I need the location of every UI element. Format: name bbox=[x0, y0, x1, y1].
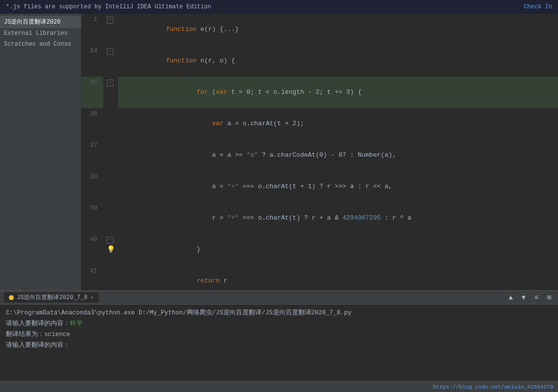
keyword: for bbox=[197, 88, 208, 96]
code-indent bbox=[166, 120, 212, 127]
notification-bar: *.js files are supported by IntelliJ IDE… bbox=[0, 0, 558, 14]
code-line: function e(r) {...} bbox=[118, 14, 558, 45]
code-editor[interactable]: 1 + function e(r) {...} 34 − function bbox=[81, 14, 558, 290]
terminal-tab[interactable]: JS逆向百度翻译2020_7_8 × bbox=[4, 292, 99, 303]
line-number: 39 bbox=[81, 202, 103, 234]
terminal-tab-dot bbox=[9, 295, 14, 300]
code-text: t = 0; t < o.length - 2; t += 3) { bbox=[227, 88, 361, 96]
keyword: function bbox=[166, 57, 197, 64]
gutter bbox=[103, 202, 118, 234]
fold-icon[interactable]: − bbox=[107, 80, 114, 86]
code-text: === o.charAt(t + 1) ? r >>> a : r << a, bbox=[239, 183, 392, 190]
terminal-tab-label: JS逆向百度翻译2020_7_8 bbox=[17, 293, 88, 302]
terminal-line-prompt2: 请输入要翻译的内容： bbox=[6, 340, 552, 351]
code-text: n(r, o) { bbox=[197, 57, 235, 64]
code-line: } bbox=[118, 234, 558, 265]
code-line: a = "+" === o.charAt(t + 1) ? r >>> a : … bbox=[118, 171, 558, 202]
code-indent bbox=[166, 88, 197, 96]
terminal-prompt-label2: 请输入要翻译的内容： bbox=[6, 340, 70, 351]
gutter[interactable]: + bbox=[103, 14, 118, 45]
terminal-tab-close[interactable]: × bbox=[90, 295, 94, 301]
line-number: 35 bbox=[81, 77, 103, 108]
table-row: 34 − function n(r, o) { bbox=[81, 45, 558, 77]
line-number: 1 bbox=[81, 14, 103, 45]
code-line: function n(r, o) { bbox=[118, 45, 558, 77]
terminal-input-value1: 科学 bbox=[70, 318, 83, 329]
fold-icon[interactable]: − bbox=[107, 48, 114, 55]
code-text: a = bbox=[166, 183, 228, 190]
line-number: 40 bbox=[81, 234, 103, 265]
code-table: 1 + function e(r) {...} 34 − function bbox=[81, 14, 558, 290]
fold-icon[interactable]: − bbox=[107, 237, 114, 244]
terminal-command: C:\ProgramData\Anaconda3\python.exe D:/M… bbox=[6, 308, 352, 318]
sidebar-project-label: JS逆向百度翻译2020 bbox=[4, 19, 60, 26]
table-row: 38 a = "+" === o.charAt(t + 1) ? r >>> a… bbox=[81, 171, 558, 202]
keyword: function bbox=[166, 26, 197, 33]
code-line: a = a >= "a" ? a.charCodeAt(0) - 87 : Nu… bbox=[118, 140, 558, 171]
number-literal: 4294967295 bbox=[343, 214, 381, 222]
terminal-line-prompt1: 请输入要翻译的内容： 科学 bbox=[6, 318, 552, 329]
code-line: var a = o.charAt(t + 2); bbox=[118, 108, 558, 140]
code-text: } bbox=[166, 246, 201, 253]
terminal-line-cmd: C:\ProgramData\Anaconda3\python.exe D:/M… bbox=[6, 308, 552, 318]
string-literal: "+" bbox=[227, 183, 238, 190]
keyword: var bbox=[216, 88, 227, 96]
string-literal: "a" bbox=[246, 151, 258, 159]
code-text: === o.charAt(t) ? r + a & bbox=[239, 214, 343, 222]
line-number: 41 bbox=[81, 265, 103, 290]
main-area: JS逆向百度翻译2020 External Libraries Scratche… bbox=[0, 14, 558, 290]
gutter bbox=[103, 140, 118, 171]
terminal-prompt-label1: 请输入要翻译的内容： bbox=[6, 318, 70, 329]
string-literal: "+" bbox=[227, 214, 238, 222]
code-line: for (var t = 0; t < o.length - 2; t += 3… bbox=[118, 77, 558, 108]
sidebar: JS逆向百度翻译2020 External Libraries Scratche… bbox=[0, 14, 81, 290]
fold-icon[interactable]: + bbox=[107, 17, 114, 24]
line-number: 37 bbox=[81, 140, 103, 171]
code-text: e(r) {...} bbox=[197, 26, 239, 33]
line-number: 36 bbox=[81, 108, 103, 140]
line-number: 38 bbox=[81, 171, 103, 202]
gutter bbox=[103, 265, 118, 290]
keyword: return bbox=[197, 277, 220, 284]
terminal-toolbar: ▲ ▼ ≡ ⊞ bbox=[506, 291, 554, 305]
code-text: r bbox=[220, 277, 228, 284]
code-text: r = bbox=[166, 214, 228, 222]
keyword: var bbox=[212, 120, 223, 127]
table-row: 40 − 💡 } bbox=[81, 234, 558, 265]
status-bar: https://blog.csdn.net/weixin_43594279 bbox=[0, 381, 558, 392]
scroll-up-button[interactable]: ▲ bbox=[506, 294, 516, 302]
terminal-area: JS逆向百度翻译2020_7_8 × ▲ ▼ ≡ ⊞ C:\ProgramDat… bbox=[0, 290, 558, 381]
gutter[interactable]: − bbox=[103, 45, 118, 77]
gutter bbox=[103, 108, 118, 140]
terminal-result-value: science bbox=[44, 329, 70, 340]
sidebar-item-scratches[interactable]: Scratches and Conso bbox=[0, 39, 81, 50]
table-row: 36 var a = o.charAt(t + 2); bbox=[81, 108, 558, 140]
gutter[interactable]: − bbox=[103, 77, 118, 108]
bulb-icon[interactable]: 💡 bbox=[107, 246, 115, 253]
table-row: 39 r = "+" === o.charAt(t) ? r + a & 429… bbox=[81, 202, 558, 234]
code-text bbox=[166, 277, 197, 284]
terminal-tabs: JS逆向百度翻译2020_7_8 × ▲ ▼ ≡ ⊞ bbox=[0, 291, 558, 305]
line-number: 34 bbox=[81, 45, 103, 77]
check-in-link[interactable]: Check In bbox=[524, 3, 552, 10]
terminal-result-label: 翻译结果为： bbox=[6, 329, 44, 340]
sidebar-item-project[interactable]: JS逆向百度翻译2020 bbox=[0, 16, 81, 28]
table-row: 41 return r bbox=[81, 265, 558, 290]
gutter[interactable]: − 💡 bbox=[103, 234, 118, 265]
status-link[interactable]: https://blog.csdn.net/weixin_43594279 bbox=[433, 384, 553, 390]
sidebar-item-external-libs[interactable]: External Libraries bbox=[0, 28, 81, 39]
gutter bbox=[103, 171, 118, 202]
table-row: 1 + function e(r) {...} bbox=[81, 14, 558, 45]
sidebar-ext-label: External Libraries bbox=[4, 30, 68, 37]
scroll-down-button[interactable]: ▼ bbox=[519, 294, 529, 302]
settings-button[interactable]: ≡ bbox=[531, 294, 541, 302]
code-line: r = "+" === o.charAt(t) ? r + a & 429496… bbox=[118, 202, 558, 234]
code-text: a = a >= bbox=[166, 151, 247, 159]
table-row: 35 − for (var t = 0; t < o.length - 2; t… bbox=[81, 77, 558, 108]
table-row: 37 a = a >= "a" ? a.charCodeAt(0) - 87 :… bbox=[81, 140, 558, 171]
terminal-line-result: 翻译结果为： science bbox=[6, 329, 552, 340]
code-text: a = o.charAt(t + 2); bbox=[224, 120, 304, 127]
code-text: ( bbox=[208, 88, 216, 96]
expand-button[interactable]: ⊞ bbox=[544, 293, 554, 302]
sidebar-scratches-label: Scratches and Conso bbox=[4, 41, 71, 48]
